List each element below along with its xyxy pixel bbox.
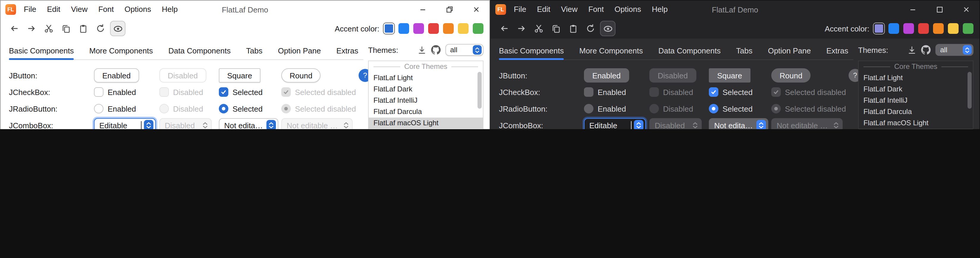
accent-swatch-yellow[interactable] (948, 23, 959, 34)
tab-tabs[interactable]: Tabs (736, 42, 752, 59)
enabled-button[interactable]: Enabled (584, 68, 629, 82)
theme-item[interactable]: FlatLaf Dark (369, 84, 483, 95)
maximize-button[interactable] (926, 1, 953, 18)
checkbox-enabled[interactable]: Enabled (94, 87, 136, 97)
download-icon[interactable] (907, 46, 916, 54)
accent-swatch-orange[interactable] (933, 23, 944, 34)
menu-view[interactable]: View (66, 1, 93, 18)
accent-swatch-green[interactable] (963, 23, 974, 34)
menu-file[interactable]: File (508, 1, 531, 18)
theme-item-selected[interactable]: FlatLaf macOS Dark (859, 129, 973, 129)
combobox-arrow-button[interactable] (144, 120, 153, 129)
menu-view[interactable]: View (556, 1, 583, 18)
theme-item[interactable]: FlatLaf Darcula (859, 106, 973, 117)
show-details-toggle[interactable] (600, 21, 616, 36)
combobox-arrow-button[interactable] (756, 120, 766, 129)
theme-item[interactable]: FlatLaf IntelliJ (859, 95, 973, 106)
combobox-arrow-button[interactable] (963, 45, 972, 55)
theme-item-selected[interactable]: FlatLaf macOS Light (369, 117, 483, 129)
square-button[interactable]: Square (709, 68, 751, 82)
themes-filter-combobox[interactable]: all (445, 44, 484, 56)
radio-selected[interactable]: Selected (709, 104, 752, 113)
close-window-button[interactable] (463, 1, 489, 18)
accent-swatch-blue[interactable] (888, 23, 899, 34)
minimize-button[interactable] (899, 1, 926, 18)
github-icon[interactable] (431, 45, 441, 55)
back-button[interactable] (496, 21, 512, 36)
tab-basic-components[interactable]: Basic Components (499, 42, 564, 59)
restore-button[interactable] (436, 1, 463, 18)
checkbox-selected[interactable]: Selected (709, 87, 752, 97)
github-icon[interactable] (921, 45, 931, 55)
accent-swatch-green[interactable] (473, 23, 484, 34)
accent-swatch-red[interactable] (428, 23, 439, 34)
theme-item[interactable]: FlatLaf Darcula (369, 106, 483, 117)
tab-option-pane[interactable]: Option Pane (278, 42, 321, 59)
theme-item[interactable]: FlatLaf Light (859, 73, 973, 84)
tab-basic-components[interactable]: Basic Components (9, 42, 74, 59)
refresh-button[interactable] (93, 21, 108, 36)
theme-item[interactable]: FlatLaf macOS Light (859, 117, 973, 129)
download-icon[interactable] (417, 46, 426, 54)
paste-button[interactable] (76, 21, 91, 36)
menu-font[interactable]: Font (583, 1, 609, 18)
combobox-arrow-button[interactable] (266, 120, 276, 129)
accent-swatch-default[interactable] (383, 23, 394, 34)
accent-swatch-blue[interactable] (398, 23, 409, 34)
combobox-arrow-button[interactable] (473, 45, 482, 55)
menu-edit[interactable]: Edit (41, 1, 66, 18)
scrollbar[interactable] (967, 62, 972, 129)
scrollbar-thumb[interactable] (967, 72, 972, 109)
forward-button[interactable] (514, 21, 529, 36)
cut-button[interactable] (531, 21, 546, 36)
copy-button[interactable] (548, 21, 564, 36)
theme-item[interactable]: FlatLaf macOS Dark (369, 129, 483, 129)
accent-swatch-orange[interactable] (443, 23, 454, 34)
accent-swatch-purple[interactable] (413, 23, 424, 34)
menu-options[interactable]: Options (119, 1, 157, 18)
radio-selected[interactable]: Selected (219, 104, 262, 113)
theme-item[interactable]: FlatLaf IntelliJ (369, 95, 483, 106)
menu-help[interactable]: Help (156, 1, 183, 18)
show-details-toggle[interactable] (110, 21, 126, 36)
tab-more-components[interactable]: More Components (89, 42, 153, 59)
not-editable-combobox[interactable]: Not editable (219, 118, 278, 129)
tab-extras[interactable]: Extras (336, 42, 358, 59)
square-button[interactable]: Square (219, 68, 261, 82)
theme-item[interactable]: FlatLaf Light (369, 73, 483, 84)
back-button[interactable] (6, 21, 22, 36)
tab-data-components[interactable]: Data Components (658, 42, 721, 59)
cut-button[interactable] (41, 21, 56, 36)
menu-help[interactable]: Help (646, 1, 673, 18)
menu-edit[interactable]: Edit (531, 1, 556, 18)
accent-swatch-purple[interactable] (903, 23, 914, 34)
menu-font[interactable]: Font (93, 1, 119, 18)
close-window-button[interactable] (953, 1, 979, 18)
tab-tabs[interactable]: Tabs (246, 42, 262, 59)
not-editable-combobox[interactable]: Not editable (709, 118, 768, 129)
round-button[interactable]: Round (771, 68, 811, 82)
paste-button[interactable] (566, 21, 581, 36)
accent-swatch-default[interactable] (873, 23, 884, 34)
combobox-arrow-button[interactable] (634, 120, 643, 129)
refresh-button[interactable] (583, 21, 598, 36)
menu-options[interactable]: Options (609, 1, 647, 18)
radio-enabled[interactable]: Enabled (584, 104, 626, 113)
accent-swatch-yellow[interactable] (458, 23, 469, 34)
editable-combobox[interactable]: Editable (584, 118, 646, 129)
copy-button[interactable] (58, 21, 74, 36)
theme-item[interactable]: FlatLaf Dark (859, 84, 973, 95)
tab-extras[interactable]: Extras (826, 42, 848, 59)
enabled-button[interactable]: Enabled (94, 68, 139, 82)
checkbox-selected[interactable]: Selected (219, 87, 262, 97)
tab-data-components[interactable]: Data Components (168, 42, 231, 59)
forward-button[interactable] (24, 21, 39, 36)
scrollbar[interactable] (477, 62, 482, 129)
themes-filter-combobox[interactable]: all (935, 44, 974, 56)
radio-enabled[interactable]: Enabled (94, 104, 136, 113)
minimize-button[interactable] (409, 1, 436, 18)
tab-more-components[interactable]: More Components (579, 42, 643, 59)
accent-swatch-red[interactable] (918, 23, 929, 34)
scrollbar-thumb[interactable] (477, 72, 482, 109)
tab-option-pane[interactable]: Option Pane (768, 42, 811, 59)
